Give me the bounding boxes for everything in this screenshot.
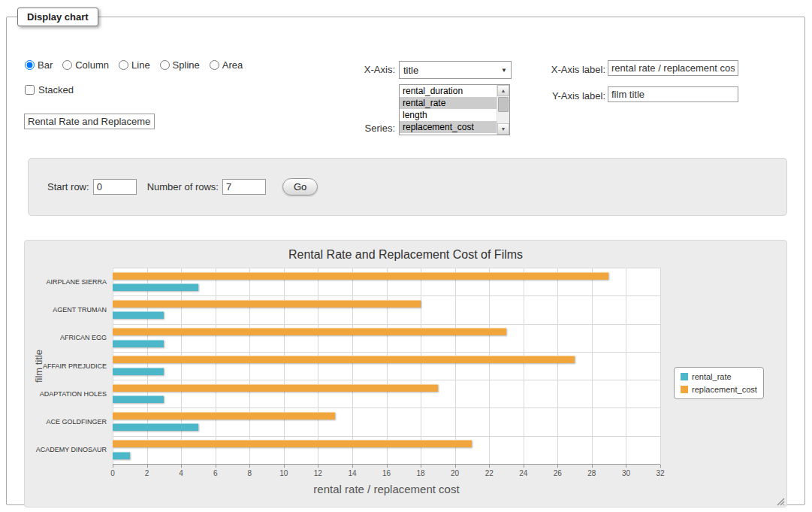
chart-type-option-column[interactable]: Column bbox=[62, 59, 109, 71]
grid-line-vertical bbox=[455, 268, 456, 464]
x-axis-label-field-label: X-Axis label: bbox=[472, 64, 605, 75]
x-axis-select-label: X-Axis: bbox=[330, 64, 395, 75]
chart-type-radio-line[interactable] bbox=[119, 60, 128, 70]
grid-line-vertical bbox=[524, 268, 524, 464]
x-tick-label: 8 bbox=[247, 469, 252, 477]
chart-type-radio-area[interactable] bbox=[210, 60, 219, 70]
chart-type-option-label: Spline bbox=[173, 59, 200, 71]
chart-type-option-label: Line bbox=[131, 59, 150, 71]
series-listbox-label: Series: bbox=[330, 123, 395, 134]
stacked-label: Stacked bbox=[38, 84, 74, 95]
x-axis-tick bbox=[524, 465, 524, 468]
bar-rental_rate bbox=[113, 368, 164, 375]
legend-item-rental_rate[interactable]: rental_rate bbox=[681, 372, 757, 381]
chart-type-option-line[interactable]: Line bbox=[119, 59, 150, 71]
x-axis-selected-value: title bbox=[403, 65, 418, 76]
grid-line-horizontal bbox=[113, 436, 660, 437]
grid-line-vertical bbox=[113, 268, 113, 464]
grid-line-horizontal bbox=[113, 407, 660, 408]
legend-label: replacement_cost bbox=[692, 385, 757, 394]
display-chart-fieldset: Display chart BarColumnLineSplineArea St… bbox=[6, 8, 805, 505]
grid-line-vertical bbox=[387, 268, 388, 464]
x-tick-label: 16 bbox=[382, 469, 391, 477]
category-label: ACE GOLDFINGER bbox=[46, 418, 107, 426]
scroll-down-icon: ▼ bbox=[501, 126, 506, 132]
grid-line-vertical bbox=[592, 268, 593, 464]
grid-line-horizontal bbox=[113, 268, 660, 268]
x-tick-label: 24 bbox=[519, 469, 527, 477]
grid-line-vertical bbox=[557, 268, 558, 464]
grid-line-vertical bbox=[147, 268, 148, 464]
bar-replacement_cost bbox=[113, 356, 575, 363]
grid-line-vertical bbox=[489, 268, 490, 464]
x-tick-label: 0 bbox=[110, 469, 115, 477]
x-axis-tick bbox=[626, 465, 626, 468]
x-tick-label: 10 bbox=[279, 469, 288, 477]
category-label: AFRICAN EGG bbox=[60, 334, 107, 341]
stacked-checkbox[interactable] bbox=[25, 85, 35, 95]
grid-line-vertical bbox=[626, 268, 626, 464]
grid-line-vertical bbox=[216, 268, 216, 464]
chart-legend: rental_ratereplacement_cost bbox=[674, 367, 764, 399]
grid-line-vertical bbox=[421, 268, 421, 464]
x-axis-tick bbox=[660, 465, 661, 468]
grid-line-horizontal bbox=[113, 352, 660, 353]
legend-item-replacement_cost[interactable]: replacement_cost bbox=[681, 385, 757, 394]
bar-rental_rate bbox=[113, 423, 198, 431]
scrollbar-down-button[interactable]: ▼ bbox=[497, 123, 509, 135]
series-option-replacement_cost[interactable]: replacement_cost bbox=[400, 121, 497, 133]
x-axis-tick bbox=[592, 465, 593, 468]
resize-grip-icon bbox=[775, 496, 785, 506]
x-axis-title: rental rate / replacement cost bbox=[113, 483, 660, 495]
chart-type-radio-bar[interactable] bbox=[25, 60, 35, 70]
category-label: AGENT TRUMAN bbox=[53, 306, 107, 314]
chart-type-radio-spline[interactable] bbox=[160, 60, 170, 70]
x-axis-tick bbox=[318, 465, 318, 468]
grid-line-vertical bbox=[284, 268, 285, 464]
category-label: ACADEMY DINOSAUR bbox=[36, 446, 107, 453]
go-button[interactable]: Go bbox=[282, 178, 318, 195]
x-tick-label: 14 bbox=[348, 469, 356, 477]
num-rows-input[interactable] bbox=[222, 179, 266, 195]
chart-type-option-area[interactable]: Area bbox=[210, 59, 243, 71]
display-chart-legend: Display chart bbox=[17, 8, 98, 26]
bar-replacement_cost bbox=[113, 412, 335, 420]
stacked-option[interactable]: Stacked bbox=[25, 84, 74, 95]
chart-title-input[interactable] bbox=[24, 114, 155, 129]
bar-replacement_cost bbox=[113, 440, 472, 447]
series-option-length[interactable]: length bbox=[400, 109, 497, 121]
start-row-input[interactable] bbox=[93, 179, 137, 195]
resize-handle[interactable] bbox=[775, 495, 785, 505]
legend-label: rental_rate bbox=[692, 372, 732, 381]
chart-type-radio-group: BarColumnLineSplineArea bbox=[25, 59, 243, 71]
grid-line-horizontal bbox=[113, 324, 660, 325]
grid-line-vertical bbox=[352, 268, 353, 464]
x-tick-label: 18 bbox=[417, 469, 425, 477]
chart-type-option-bar[interactable]: Bar bbox=[25, 59, 53, 71]
bar-rental_rate bbox=[113, 283, 198, 291]
chart-type-option-spline[interactable]: Spline bbox=[160, 59, 200, 71]
x-tick-label: 6 bbox=[213, 469, 218, 477]
x-axis-tick bbox=[113, 465, 113, 468]
grid-line-horizontal bbox=[113, 380, 660, 380]
category-label: AIRPLANE SIERRA bbox=[46, 278, 107, 286]
bar-replacement_cost bbox=[113, 328, 506, 335]
category-axis-labels: AIRPLANE SIERRAAGENT TRUMANAFRICAN EGGAF… bbox=[25, 268, 113, 465]
chart-panel: Rental Rate and Replacement Cost of Film… bbox=[24, 240, 787, 507]
x-axis-label-input[interactable] bbox=[608, 60, 738, 76]
x-tick-label: 20 bbox=[451, 469, 459, 477]
x-tick-label: 22 bbox=[485, 469, 494, 477]
x-axis-tick bbox=[147, 465, 148, 468]
chart-type-option-label: Bar bbox=[38, 59, 53, 71]
y-axis-label-input[interactable] bbox=[608, 86, 738, 102]
chart-type-radio-column[interactable] bbox=[62, 60, 72, 70]
x-axis-tick bbox=[455, 465, 456, 468]
bar-rental_rate bbox=[113, 311, 164, 319]
bar-replacement_cost bbox=[113, 272, 608, 280]
plot-area: 02468101214161820222426283032 bbox=[113, 268, 660, 465]
chart-type-option-label: Area bbox=[222, 59, 243, 71]
x-axis-tick bbox=[284, 465, 285, 468]
grid-line-vertical bbox=[318, 268, 318, 464]
grid-line-horizontal bbox=[113, 295, 660, 296]
row-controls-panel: Start row: Number of rows: Go bbox=[28, 158, 787, 216]
